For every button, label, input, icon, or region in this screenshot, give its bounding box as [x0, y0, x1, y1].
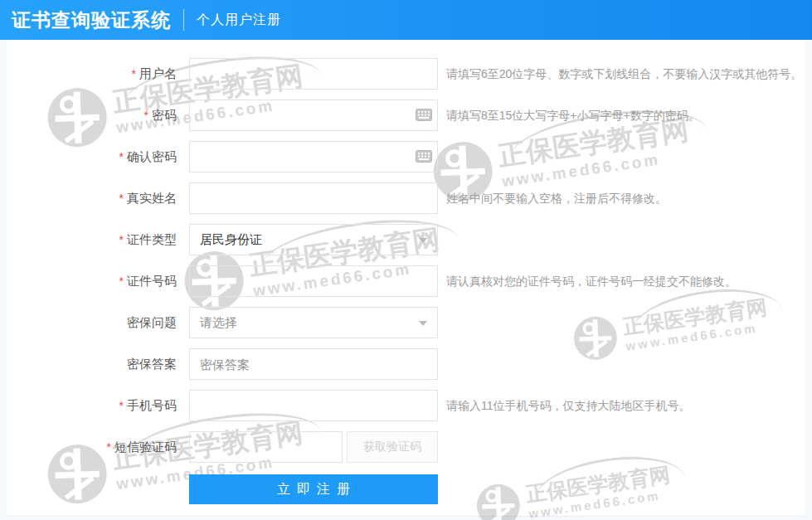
page: 证书查询验证系统 个人用户注册 正保医学教育网 www.med66.com	[0, 0, 812, 520]
required-marker: *	[132, 67, 136, 80]
required-marker: *	[144, 109, 148, 122]
required-marker: *	[107, 440, 111, 454]
form-row-confirm-password: *确认密码	[7, 141, 805, 173]
app-title: 证书查询验证系统	[12, 7, 171, 33]
register-button[interactable]: 立即注册	[189, 474, 438, 504]
id-type-select[interactable]: 居民身份证	[189, 224, 438, 255]
label-id-number: *证件号码	[7, 265, 177, 297]
required-marker: *	[119, 150, 124, 163]
username-input[interactable]	[189, 58, 438, 90]
app-header: 证书查询验证系统 个人用户注册	[0, 0, 812, 40]
sms-code-input[interactable]	[189, 431, 343, 463]
required-marker: *	[119, 192, 124, 205]
hint-id-number: 请认真核对您的证件号码，证件号码一经提交不能修改。	[446, 265, 737, 297]
registration-form: *用户名 请填写6至20位字母、数字或下划线组合，不要输入汉字或其他符号。 *密…	[7, 40, 805, 516]
label-security-answer: 密保答案	[7, 348, 177, 380]
form-row-real-name: *真实姓名 姓名中间不要输入空格，注册后不得修改。	[7, 182, 805, 214]
form-row-security-answer: 密保答案	[7, 348, 805, 380]
hint-username: 请填写6至20位字母、数字或下划线组合，不要输入汉字或其他符号。	[446, 58, 802, 90]
hint-phone: 请输入11位手机号码，仅支持大陆地区手机号。	[446, 390, 691, 421]
id-type-value: 居民身份证	[200, 232, 262, 248]
header-divider	[183, 9, 184, 31]
form-row-id-type: *证件类型 居民身份证	[7, 224, 805, 255]
hint-real-name: 姓名中间不要输入空格，注册后不得修改。	[446, 182, 667, 214]
form-row-security-question: 密保问题 请选择	[7, 307, 805, 338]
label-phone: *手机号码	[7, 390, 177, 421]
hint-password: 请填写8至15位大写字母+小写字母+数字的密码。	[446, 100, 700, 131]
required-marker: *	[119, 399, 124, 412]
form-row-password: *密码 请填写8至15位大写字母+小写字母+数字的密码。	[7, 100, 805, 131]
required-marker: *	[119, 275, 124, 288]
real-name-input[interactable]	[189, 182, 438, 214]
label-real-name: *真实姓名	[7, 182, 177, 214]
form-row-phone: *手机号码 请输入11位手机号码，仅支持大陆地区手机号。	[7, 390, 805, 421]
security-question-select[interactable]: 请选择	[189, 307, 438, 338]
security-question-value: 请选择	[200, 315, 237, 331]
chevron-down-icon	[419, 238, 427, 247]
phone-input[interactable]	[189, 390, 438, 421]
label-security-question: 密保问题	[7, 307, 177, 338]
label-sms-code: *短信验证码	[7, 431, 177, 463]
label-password: *密码	[7, 100, 177, 131]
form-row-sms-code: *短信验证码 获取验证码	[7, 431, 805, 463]
label-username: *用户名	[7, 58, 177, 90]
chevron-down-icon	[419, 321, 427, 330]
form-row-id-number: *证件号码 请认真核对您的证件号码，证件号码一经提交不能修改。	[7, 265, 805, 297]
label-id-type: *证件类型	[7, 224, 177, 255]
password-input[interactable]	[189, 100, 438, 131]
id-number-input[interactable]	[189, 265, 438, 297]
form-row-username: *用户名 请填写6至20位字母、数字或下划线组合，不要输入汉字或其他符号。	[7, 58, 805, 90]
registration-panel: 正保医学教育网 www.med66.com 正保医学教育网 www.med66.…	[7, 40, 805, 517]
security-answer-input[interactable]	[189, 348, 438, 380]
get-code-button[interactable]: 获取验证码	[347, 431, 438, 463]
confirm-password-input[interactable]	[189, 141, 438, 173]
label-confirm-password: *确认密码	[7, 141, 177, 173]
page-subtitle: 个人用户注册	[197, 12, 281, 29]
required-marker: *	[119, 233, 124, 246]
